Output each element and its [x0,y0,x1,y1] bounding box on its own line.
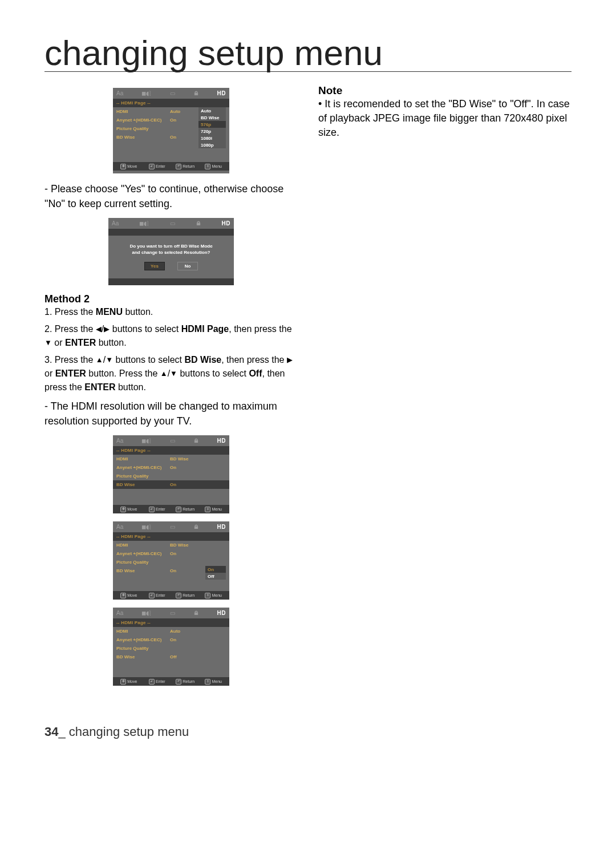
osd-topbar: Aa ◼◖⦚ ▭ 🔒︎ HD [108,218,234,229]
hd-icon: HD [222,220,230,228]
osd-confirm-dialog: Aa ◼◖⦚ ▭ 🔒︎ HD Do you want to turn off B… [108,218,234,285]
step-1: 1. Press the MENU button. [44,305,298,319]
display-icon: ▭ [170,437,175,445]
speaker-icon: ◼◖⦚ [141,437,152,445]
lock-icon: 🔒︎ [193,609,199,617]
dialog-body: Do you want to turn off BD Wise Mode and… [108,236,234,278]
move-icon: ✥ [120,679,126,685]
osd-heading: -- HDMI Page -- [113,446,229,455]
title-row: changing setup menu [44,34,572,72]
enter-icon: ↲ [149,507,155,512]
enter-icon: ↲ [149,164,155,169]
lock-icon: 🔒︎ [193,437,199,445]
osd-bdwise-onoff: Aa ◼◖⦚ ▭ 🔒︎ HD -- HDMI Page -- HDMIBD Wi… [113,521,229,600]
speaker-icon: ◼◖⦚ [141,90,152,98]
note-heading: Note [318,84,572,97]
osd-body: HDMI Auto Anynet +(HDMI-CEC) On Picture … [113,107,229,162]
speaker-icon: ◼◖⦚ [141,609,152,617]
note-body: • It is recomended to set the "BD Wise" … [318,97,572,140]
speaker-icon: ◼◖⦚ [141,523,152,531]
menu-icon: ≡ [205,507,210,512]
opt-576p[interactable]: 576p [198,121,226,128]
opt-1080p[interactable]: 1080p [198,141,226,148]
osd-topbar: Aa ◼◖⦚ ▭ 🔒︎ HD [113,88,229,99]
move-icon: ✥ [120,507,126,512]
step-2: 2. Press the ◀/▶ buttons to select HDMI … [44,322,298,350]
opt-1080i[interactable]: 1080i [198,135,226,141]
footer-title: changing setup menu [69,725,189,739]
text-icon: Aa [116,523,123,531]
osd-hdmi-dropdown: Aa ◼◖⦚ ▭ 🔒︎ HD -- HDMI Page -- HDMI Auto… [113,88,229,173]
text-icon: Aa [116,90,123,98]
move-icon: ✥ [120,593,126,598]
osd-darkband [108,229,234,236]
return-icon: ↶ [176,593,181,598]
lock-icon: 🔒︎ [196,220,201,228]
hd-icon: HD [217,437,226,445]
method-heading: Method 2 [44,293,298,305]
opt-off[interactable]: Off [205,573,226,580]
no-button[interactable]: No [177,262,198,270]
menu-icon: ≡ [205,164,210,169]
opt-bdwise[interactable]: BD Wise [198,114,226,121]
osd-footer: ✥Move ↲Enter ↶Return ≡Menu [113,162,229,171]
menu-icon: ≡ [205,679,210,685]
steps: 1. Press the MENU button. 2. Press the ◀… [44,305,298,394]
display-icon: ▭ [170,90,175,98]
enter-icon: ↲ [149,593,155,598]
page-title: changing setup menu [44,34,572,71]
text-icon: Aa [116,437,123,445]
display-icon: ▭ [170,523,175,531]
instruction-yesno: - Please choose "Yes" to continue, other… [44,181,298,211]
osd-bdwise-off: Aa ◼◖⦚ ▭ 🔒︎ HD -- HDMI Page -- HDMIAuto … [113,608,229,686]
opt-auto[interactable]: Auto [198,107,226,114]
opt-on[interactable]: On [205,566,226,573]
text-icon: Aa [112,220,119,228]
right-column: Note • It is recomended to set the "BD W… [318,84,572,694]
osd-heading: -- HDMI Page -- [113,99,229,107]
row-bdwise-highlight[interactable]: BD WiseOn [113,480,229,489]
osd-darkband-bottom [108,278,234,285]
step-3: 3. Press the ▲/▼ buttons to select BD Wi… [44,353,298,394]
dialog-text: Do you want to turn off BD Wise Mode and… [112,241,230,262]
return-icon: ↶ [176,164,181,169]
display-icon: ▭ [170,220,175,228]
osd-topbar: Aa ◼◖⦚ ▭ 🔒︎ HD [113,435,229,446]
enter-icon: ↲ [149,679,155,685]
opt-720p[interactable]: 720p [198,128,226,135]
return-icon: ↶ [176,679,181,685]
manual-page: changing setup menu Aa ◼◖⦚ ▭ 🔒︎ HD -- HD… [0,0,616,762]
hd-icon: HD [217,609,226,617]
lock-icon: 🔒︎ [193,90,199,98]
bdwise-dropdown[interactable]: On Off [205,566,226,580]
osd-bdwise-selected: Aa ◼◖⦚ ▭ 🔒︎ HD -- HDMI Page -- HDMIBD Wi… [113,435,229,513]
two-columns: Aa ◼◖⦚ ▭ 🔒︎ HD -- HDMI Page -- HDMI Auto… [44,84,572,694]
move-icon: ✥ [120,164,126,169]
display-icon: ▭ [170,609,175,617]
result-text: - The HDMI resolution will be changed to… [44,399,298,428]
yes-button[interactable]: Yes [144,262,165,270]
lock-icon: 🔒︎ [193,523,199,531]
left-column: Aa ◼◖⦚ ▭ 🔒︎ HD -- HDMI Page -- HDMI Auto… [44,84,298,694]
menu-icon: ≡ [205,593,210,598]
speaker-icon: ◼◖⦚ [139,220,149,228]
resolution-dropdown[interactable]: Auto BD Wise 576p 720p 1080i 1080p [198,107,226,148]
return-icon: ↶ [176,507,181,512]
page-footer: 34_ changing setup menu [44,725,572,739]
page-number: 34 [44,725,58,739]
text-icon: Aa [116,609,123,617]
dialog-buttons: Yes No [112,262,230,270]
hd-icon: HD [217,523,226,531]
hd-icon: HD [217,90,226,98]
